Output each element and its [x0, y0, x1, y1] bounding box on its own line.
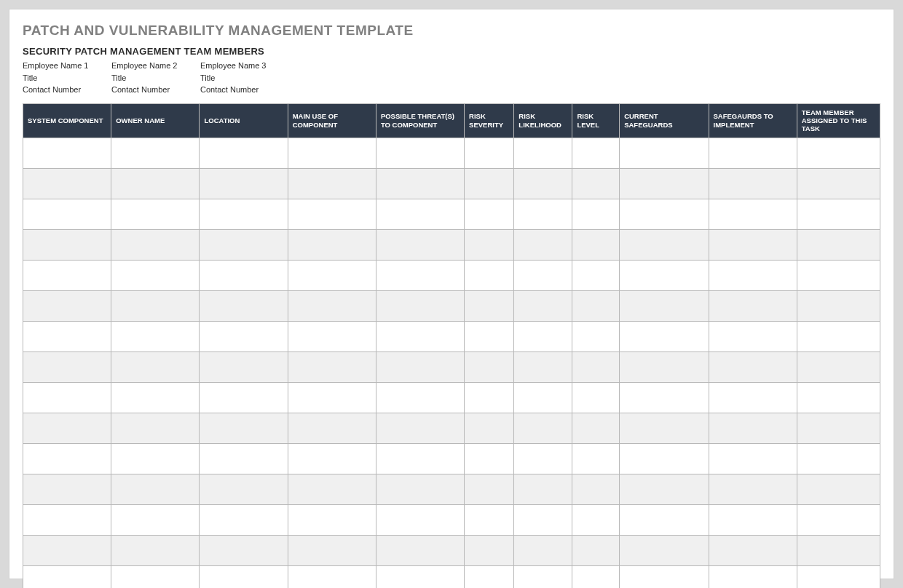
table-cell[interactable]	[111, 260, 200, 290]
table-cell[interactable]	[572, 535, 620, 565]
table-cell[interactable]	[514, 382, 572, 413]
table-cell[interactable]	[709, 229, 797, 260]
table-cell[interactable]	[111, 443, 200, 474]
table-cell[interactable]	[200, 168, 288, 199]
table-cell[interactable]	[797, 351, 880, 382]
table-cell[interactable]	[620, 290, 709, 321]
table-cell[interactable]	[465, 321, 514, 351]
table-cell[interactable]	[23, 168, 111, 199]
table-cell[interactable]	[200, 535, 288, 565]
table-cell[interactable]	[514, 504, 572, 535]
table-cell[interactable]	[288, 565, 376, 588]
table-cell[interactable]	[288, 351, 376, 382]
table-cell[interactable]	[465, 504, 514, 535]
table-cell[interactable]	[376, 260, 464, 290]
table-cell[interactable]	[23, 321, 111, 351]
table-cell[interactable]	[572, 229, 620, 260]
table-cell[interactable]	[465, 351, 514, 382]
table-cell[interactable]	[376, 199, 464, 229]
table-cell[interactable]	[797, 229, 880, 260]
table-cell[interactable]	[465, 443, 514, 474]
table-cell[interactable]	[572, 290, 620, 321]
table-cell[interactable]	[376, 138, 464, 168]
table-cell[interactable]	[111, 199, 200, 229]
table-cell[interactable]	[797, 260, 880, 290]
table-cell[interactable]	[200, 229, 288, 260]
table-cell[interactable]	[709, 474, 797, 504]
table-cell[interactable]	[376, 168, 464, 199]
table-cell[interactable]	[797, 474, 880, 504]
table-cell[interactable]	[200, 382, 288, 413]
table-cell[interactable]	[376, 229, 464, 260]
table-cell[interactable]	[514, 229, 572, 260]
table-cell[interactable]	[514, 565, 572, 588]
table-cell[interactable]	[200, 351, 288, 382]
table-cell[interactable]	[572, 351, 620, 382]
table-cell[interactable]	[572, 138, 620, 168]
table-cell[interactable]	[797, 443, 880, 474]
table-cell[interactable]	[23, 138, 111, 168]
table-cell[interactable]	[797, 504, 880, 535]
table-cell[interactable]	[797, 321, 880, 351]
table-cell[interactable]	[465, 413, 514, 443]
table-cell[interactable]	[23, 565, 111, 588]
table-cell[interactable]	[376, 382, 464, 413]
table-cell[interactable]	[288, 290, 376, 321]
table-cell[interactable]	[572, 199, 620, 229]
table-cell[interactable]	[288, 413, 376, 443]
table-cell[interactable]	[200, 138, 288, 168]
table-cell[interactable]	[572, 168, 620, 199]
table-cell[interactable]	[111, 474, 200, 504]
table-cell[interactable]	[620, 229, 709, 260]
table-cell[interactable]	[620, 382, 709, 413]
table-cell[interactable]	[111, 351, 200, 382]
table-cell[interactable]	[200, 199, 288, 229]
table-cell[interactable]	[376, 565, 464, 588]
table-cell[interactable]	[23, 351, 111, 382]
table-cell[interactable]	[465, 168, 514, 199]
table-cell[interactable]	[465, 535, 514, 565]
table-cell[interactable]	[709, 565, 797, 588]
table-cell[interactable]	[465, 260, 514, 290]
table-cell[interactable]	[620, 413, 709, 443]
table-cell[interactable]	[376, 504, 464, 535]
table-cell[interactable]	[797, 382, 880, 413]
table-cell[interactable]	[572, 413, 620, 443]
table-cell[interactable]	[376, 413, 464, 443]
table-cell[interactable]	[620, 199, 709, 229]
table-cell[interactable]	[514, 351, 572, 382]
table-cell[interactable]	[376, 321, 464, 351]
table-cell[interactable]	[514, 321, 572, 351]
table-cell[interactable]	[465, 229, 514, 260]
table-cell[interactable]	[620, 260, 709, 290]
table-cell[interactable]	[709, 535, 797, 565]
table-cell[interactable]	[111, 229, 200, 260]
table-cell[interactable]	[23, 504, 111, 535]
table-cell[interactable]	[288, 504, 376, 535]
table-cell[interactable]	[111, 382, 200, 413]
table-cell[interactable]	[709, 138, 797, 168]
table-cell[interactable]	[465, 474, 514, 504]
table-cell[interactable]	[23, 413, 111, 443]
table-cell[interactable]	[288, 535, 376, 565]
table-cell[interactable]	[620, 565, 709, 588]
table-cell[interactable]	[376, 535, 464, 565]
table-cell[interactable]	[797, 565, 880, 588]
table-cell[interactable]	[572, 382, 620, 413]
table-cell[interactable]	[111, 413, 200, 443]
table-cell[interactable]	[376, 290, 464, 321]
table-cell[interactable]	[111, 138, 200, 168]
table-cell[interactable]	[23, 474, 111, 504]
table-cell[interactable]	[200, 474, 288, 504]
table-cell[interactable]	[709, 382, 797, 413]
table-cell[interactable]	[376, 351, 464, 382]
table-cell[interactable]	[620, 535, 709, 565]
table-cell[interactable]	[288, 474, 376, 504]
table-cell[interactable]	[200, 504, 288, 535]
table-cell[interactable]	[23, 260, 111, 290]
table-cell[interactable]	[797, 535, 880, 565]
table-cell[interactable]	[620, 351, 709, 382]
table-cell[interactable]	[709, 351, 797, 382]
table-cell[interactable]	[620, 474, 709, 504]
table-cell[interactable]	[23, 229, 111, 260]
